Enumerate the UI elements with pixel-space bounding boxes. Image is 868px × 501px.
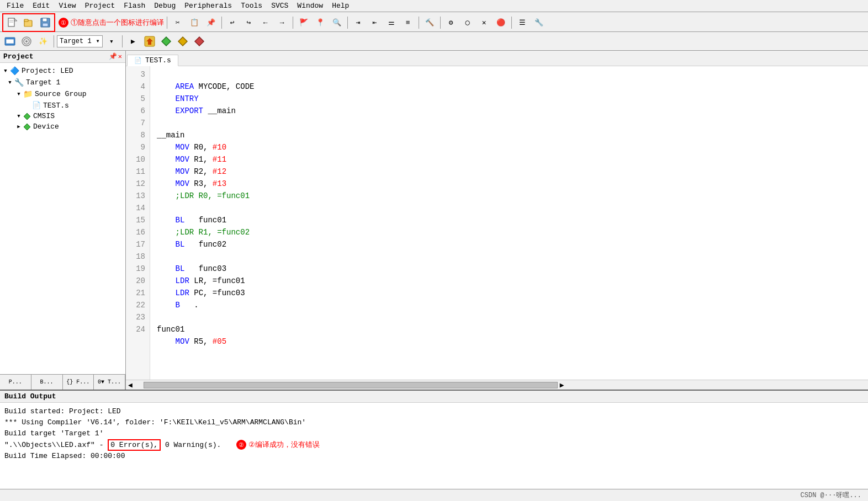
- tb-sep-7: [511, 17, 512, 29]
- search-button[interactable]: 🔍: [329, 15, 345, 30]
- line-22: [157, 313, 161, 322]
- cmsis-diamond-icon: [23, 113, 31, 120]
- h-scroll-thumb[interactable]: [144, 382, 558, 388]
- sidebar-pin-icon[interactable]: 📌: [109, 52, 117, 61]
- sidebar-bottom-tabs: P... B... {} F... 0▼ T...: [0, 374, 125, 390]
- build-btn[interactable]: 🔨: [422, 15, 437, 30]
- sidebar-close-icon[interactable]: ✕: [118, 52, 122, 61]
- sb-tab-books[interactable]: B...: [31, 375, 63, 390]
- status-right-text: CSDN @···呀嘿...: [801, 491, 861, 500]
- back-button[interactable]: ←: [258, 15, 273, 30]
- menu-edit[interactable]: Edit: [28, 1, 54, 11]
- col2-button[interactable]: ≡: [400, 15, 416, 30]
- target-dropdown[interactable]: Target 1 ▾: [57, 35, 103, 47]
- svg-rect-5: [24, 19, 28, 22]
- line-16: BL func02: [157, 240, 226, 249]
- tree-expand-device: ▶: [15, 124, 22, 130]
- project-icon-btn[interactable]: [2, 34, 18, 49]
- something2[interactable]: ✕: [477, 15, 492, 30]
- toolbar-row1: ① ①随意点击一个图标进行编译 ✂ 📋 📌 ↩ ↪ ← → 🚩 📍 🔍 ⇥ ⇤ …: [0, 12, 868, 32]
- tree-test-file[interactable]: 📄 TEST.s: [22, 100, 125, 111]
- sb-tab-project[interactable]: P...: [0, 375, 31, 390]
- menu-tools[interactable]: Tools: [236, 1, 267, 11]
- open-button[interactable]: [21, 15, 36, 30]
- indent-button[interactable]: ⇥: [351, 15, 366, 30]
- something1[interactable]: ◯: [460, 15, 475, 30]
- line-8: MOV R0, #10: [157, 143, 226, 152]
- something3[interactable]: 🔴: [493, 15, 509, 30]
- build-line-1: Build started: Project: LED: [4, 406, 864, 417]
- tree-target1[interactable]: ▼ 🔧 Target 1: [4, 77, 125, 88]
- sidebar-icon-group: 📌 ✕: [109, 52, 122, 61]
- tree-project-led[interactable]: ▼ 🔷 Project: LED: [0, 65, 125, 77]
- h-scroll-arrow-left[interactable]: ◀: [126, 381, 135, 390]
- dropdown-arrow-btn[interactable]: ▾: [104, 34, 119, 49]
- line-7: __main: [157, 131, 184, 140]
- menu-window[interactable]: Window: [293, 1, 327, 11]
- main-layout: Project 📌 ✕ ▼ 🔷 Project: LED ▼ 🔧 Target …: [0, 51, 868, 390]
- unindent-button[interactable]: ⇤: [367, 15, 383, 30]
- new-button[interactable]: [4, 15, 20, 30]
- col-button[interactable]: ⚌: [384, 15, 399, 30]
- forward-button[interactable]: →: [274, 15, 290, 30]
- editor-tab-tests[interactable]: 📄 TEST.s: [127, 55, 178, 66]
- menu-view[interactable]: View: [54, 1, 80, 11]
- redo-button[interactable]: ↪: [241, 15, 257, 30]
- menu-file[interactable]: File: [2, 1, 28, 11]
- error-highlight-box: 0 Error(s),: [108, 439, 161, 451]
- menu-peripherals[interactable]: Peripherals: [180, 1, 236, 11]
- magic-wand-btn[interactable]: ✨: [35, 34, 51, 49]
- tree-expand-sourcegroup: ▼: [15, 91, 22, 98]
- tree-device[interactable]: ▶ Device: [13, 121, 125, 132]
- toolbar-row2: ✨ Target 1 ▾ ▾ ▶: [0, 32, 868, 51]
- save-button[interactable]: [38, 15, 53, 30]
- green-diamond-btn[interactable]: [158, 34, 174, 49]
- line-19: LDR LR, =func01: [157, 276, 245, 285]
- line-12: ;LDR R0, =func01: [157, 191, 250, 200]
- code-editor[interactable]: 3 4 5 6 7 8 9 10 11 12 13 14 15 16 17 18…: [126, 66, 868, 380]
- sb-tab-functions[interactable]: {} F...: [63, 375, 94, 390]
- svg-marker-19: [24, 113, 30, 120]
- project-sidebar: Project 📌 ✕ ▼ 🔷 Project: LED ▼ 🔧 Target …: [0, 51, 126, 390]
- arrow-down-btn[interactable]: [175, 34, 190, 49]
- build-line-4: ".\\Objects\\LED.axf" - 0 Error(s), 0 Wa…: [4, 439, 864, 451]
- load-button[interactable]: [142, 34, 157, 49]
- tree-cmsis[interactable]: ▼ CMSIS: [13, 111, 125, 121]
- menu-svcs[interactable]: SVCS: [267, 1, 293, 11]
- cut-button[interactable]: ✂: [170, 15, 186, 30]
- bookmark2-button[interactable]: 📍: [313, 15, 328, 30]
- tb-sep-6: [440, 17, 441, 29]
- device-diamond-icon: [23, 123, 31, 131]
- target-icon-btn[interactable]: [19, 34, 34, 49]
- tb-sep-4: [347, 17, 348, 29]
- paste-button[interactable]: 📌: [203, 15, 219, 30]
- stop-btn[interactable]: [192, 34, 207, 49]
- tb-sep-3: [293, 17, 293, 29]
- menu-flash[interactable]: Flash: [119, 1, 150, 11]
- menu-project[interactable]: Project: [81, 1, 120, 11]
- bookmark-button[interactable]: 🚩: [296, 15, 311, 30]
- line-23: func01: [157, 325, 184, 334]
- line-18: BL func03: [157, 264, 226, 273]
- run-button[interactable]: ▶: [125, 34, 141, 49]
- tb2-sep-1: [54, 35, 54, 47]
- copy-button[interactable]: 📋: [187, 15, 202, 30]
- target-options[interactable]: ⚙: [443, 15, 459, 30]
- sb-tab-templates[interactable]: 0▼ T...: [94, 375, 125, 390]
- cmsis-label: CMSIS: [33, 112, 55, 120]
- menu-debug[interactable]: Debug: [150, 1, 180, 11]
- h-scrollbar[interactable]: ◀ ▶: [126, 380, 868, 390]
- code-content[interactable]: AREA MYCODE, CODE ENTRY EXPORT __main __…: [150, 66, 868, 380]
- settings-btn[interactable]: 🔧: [531, 15, 547, 30]
- menu-help[interactable]: Help: [327, 1, 353, 11]
- line-4: ENTRY: [157, 94, 199, 103]
- view-btn[interactable]: ☰: [515, 15, 530, 30]
- h-scroll-arrow-right[interactable]: ▶: [558, 381, 567, 390]
- tree-source-group[interactable]: ▼ 📁 Source Group: [13, 88, 125, 100]
- folder-icon: 📁: [23, 89, 33, 99]
- build-output-panel: Build Output Build started: Project: LED…: [0, 390, 868, 489]
- editor-tab-bar: 📄 TEST.s: [126, 51, 868, 66]
- line-14: BL func01: [157, 216, 226, 225]
- build-line-3: Build target 'Target 1': [4, 428, 864, 439]
- undo-button[interactable]: ↩: [225, 15, 240, 30]
